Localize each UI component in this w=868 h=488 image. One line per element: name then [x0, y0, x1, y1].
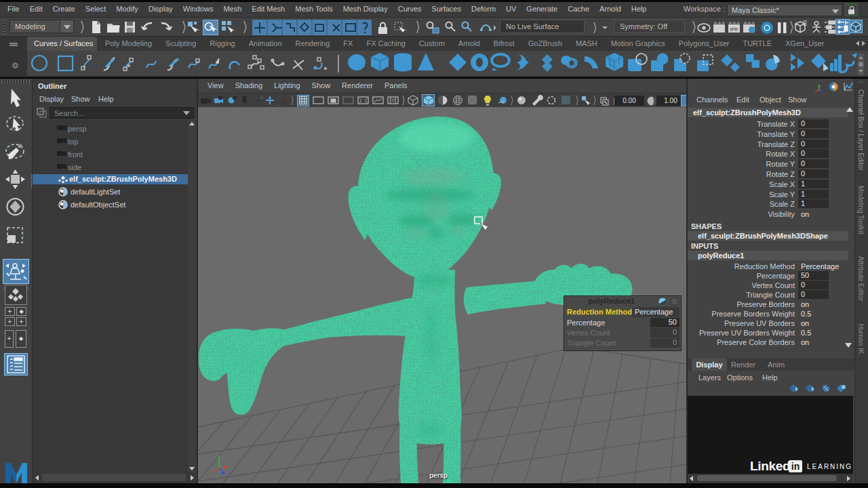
svg-text:IPR: IPR: [730, 27, 738, 32]
svg-text:T: T: [392, 98, 395, 103]
